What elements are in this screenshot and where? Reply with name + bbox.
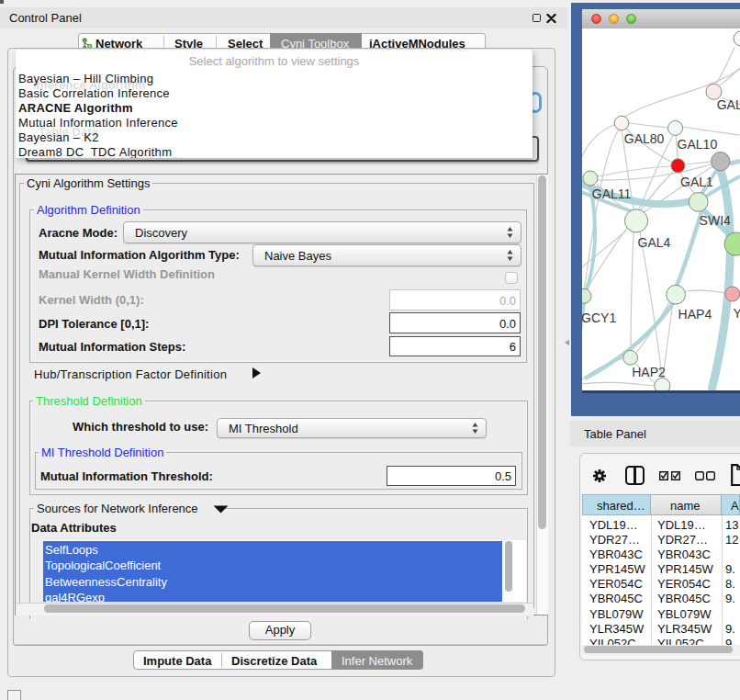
svg-text:SWI4: SWI4 — [700, 213, 731, 228]
svg-text:GAL11: GAL11 — [592, 186, 632, 201]
svg-text:GAL4: GAL4 — [638, 235, 671, 250]
svg-text:Y: Y — [733, 306, 740, 321]
svg-text:HAP2: HAP2 — [632, 365, 666, 379]
svg-text:GCY1: GCY1 — [582, 310, 616, 325]
svg-text:GAL10: GAL10 — [678, 137, 718, 152]
svg-text:GAL1: GAL1 — [680, 175, 713, 189]
svg-text:GAL: GAL — [717, 97, 740, 112]
svg-text:HAP4: HAP4 — [678, 307, 712, 322]
svg-text:GAL80: GAL80 — [624, 131, 665, 146]
